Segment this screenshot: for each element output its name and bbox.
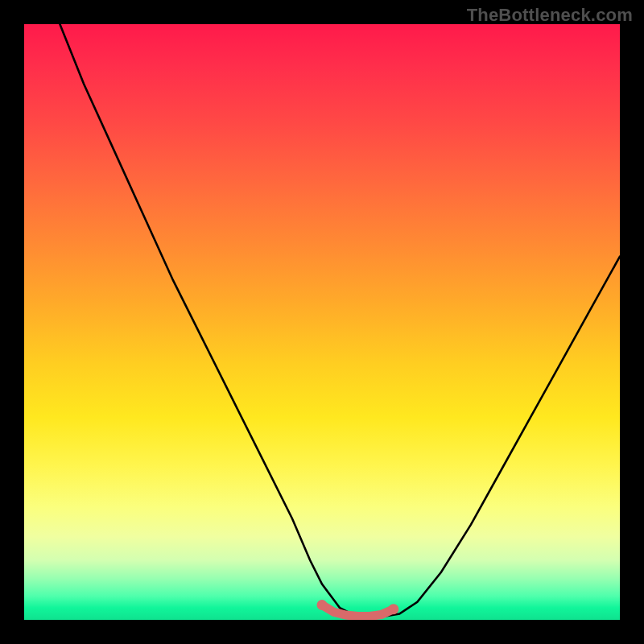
watermark-text: TheBottleneck.com bbox=[467, 5, 633, 26]
chart-frame: TheBottleneck.com bbox=[0, 0, 644, 644]
curve-svg bbox=[24, 24, 620, 620]
optimal-band-path bbox=[322, 605, 394, 617]
plot-area bbox=[24, 24, 620, 620]
optimal-band-end-dot bbox=[388, 604, 398, 614]
bottleneck-curve-path bbox=[60, 24, 620, 617]
optimal-band-start-dot bbox=[317, 600, 328, 610]
